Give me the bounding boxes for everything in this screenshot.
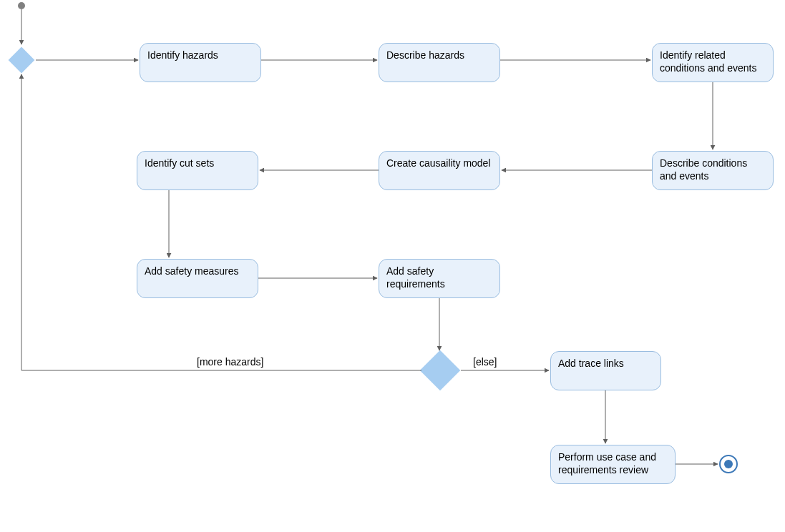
activity-create-causality: Create causaility model bbox=[379, 151, 500, 190]
decision-node bbox=[420, 350, 461, 391]
guard-else: [else] bbox=[473, 356, 497, 368]
activity-label: Identify cut sets bbox=[145, 157, 214, 169]
final-node bbox=[719, 455, 738, 473]
activity-describe-conditions: Describe conditions and events bbox=[652, 151, 774, 190]
activity-label: Perform use case and requirements review bbox=[558, 451, 656, 476]
activity-identify-hazards: Identify hazards bbox=[140, 43, 261, 82]
activity-label: Add safety measures bbox=[145, 265, 239, 277]
activity-identify-related: Identify related conditions and events bbox=[652, 43, 774, 82]
activity-label: Describe conditions and events bbox=[660, 157, 747, 182]
activity-add-trace-links: Add trace links bbox=[550, 351, 661, 390]
activity-add-safety-reqs: Add safety requirements bbox=[379, 259, 500, 298]
activity-identify-cutsets: Identify cut sets bbox=[137, 151, 258, 190]
activity-add-safety-measures: Add safety measures bbox=[137, 259, 258, 298]
activity-perform-review: Perform use case and requirements review bbox=[550, 445, 676, 484]
activity-label: Describe hazards bbox=[386, 49, 464, 61]
initial-node bbox=[18, 2, 25, 9]
activity-label: Add trace links bbox=[558, 358, 624, 369]
activity-describe-hazards: Describe hazards bbox=[379, 43, 500, 82]
guard-more-hazards: [more hazards] bbox=[197, 356, 263, 368]
activity-label: Identify related conditions and events bbox=[660, 49, 756, 74]
activity-label: Add safety requirements bbox=[386, 265, 445, 290]
activity-label: Identify hazards bbox=[147, 49, 218, 61]
merge-node-top bbox=[9, 47, 35, 74]
activity-diagram: Identify hazards Describe hazards Identi… bbox=[0, 0, 785, 532]
activity-label: Create causaility model bbox=[386, 157, 491, 169]
